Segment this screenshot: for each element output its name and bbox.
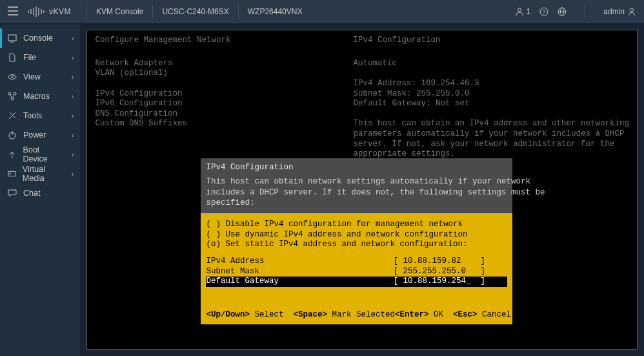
terminal-left-menu: Network Adapters VLAN (optional) IPv4 Co… (95, 59, 353, 160)
chevron-right-icon: › (72, 132, 74, 139)
sidebar-item-tools[interactable]: Tools › (0, 106, 80, 125)
help-icon[interactable]: ? (539, 7, 548, 16)
chevron-right-icon: › (72, 151, 74, 158)
sidebar-item-label: Boot Device (23, 145, 65, 163)
field-default-gateway[interactable]: Default Gateway [ 10.88.159.254_ ] (206, 277, 507, 287)
field-value: [ 10.88.159.82 ] (393, 257, 507, 267)
ipv4-config-dialog: IPv4 Configuration This host can obtain … (201, 158, 512, 324)
sidebar-item-label: Macros (23, 92, 50, 101)
eye-icon (8, 72, 17, 81)
sidebar-item-view[interactable]: View › (0, 67, 80, 87)
power-icon (8, 131, 17, 140)
user-count: 1 (527, 7, 531, 16)
tools-icon (8, 111, 17, 120)
field-label: IPv4 Address (206, 257, 393, 267)
chevron-right-icon: › (72, 74, 74, 81)
dialog-options[interactable]: ( ) Disable IPv4 configuration for manag… (206, 220, 507, 250)
hamburger-icon[interactable] (8, 6, 18, 17)
svg-text:?: ? (543, 8, 546, 15)
chat-icon (8, 189, 17, 198)
cisco-logo: vKVM (27, 6, 71, 17)
chevron-right-icon: › (72, 93, 74, 100)
terminal-right-info: Automatic IPv4 Address: 169.254.46.3 Sub… (353, 59, 629, 160)
dialog-title: IPv4 Configuration (206, 162, 507, 173)
chevron-right-icon: › (72, 112, 74, 120)
svg-point-17 (12, 76, 14, 78)
sidebar-item-power[interactable]: Power › (0, 125, 80, 145)
chevron-right-icon: › (72, 54, 74, 61)
content-area: Configure Management Network IPv4 Config… (80, 23, 644, 356)
key-esc: <Esc> (453, 310, 478, 319)
field-value: [ 255.255.255.0 ] (393, 267, 507, 277)
sidebar-item-label: File (23, 53, 36, 62)
sidebar-item-label: Console (23, 34, 53, 43)
username-label: admin (603, 7, 625, 16)
sidebar-item-virtual-media[interactable]: Virtual Media › (0, 164, 80, 183)
svg-rect-14 (8, 35, 16, 41)
sidebar-item-label: Chat (23, 189, 40, 198)
sidebar-item-label: Virtual Media (23, 165, 65, 183)
header-bar: vKVM KVM Console UCSC-C240-M6SX WZP26440… (0, 0, 644, 23)
field-ipv4-address[interactable]: IPv4 Address [ 10.88.159.82 ] (206, 257, 507, 267)
key-enter: <Enter> (395, 310, 429, 319)
key-updown: <Up/Down> (206, 310, 250, 319)
divider (585, 5, 585, 18)
macros-icon (8, 92, 17, 101)
field-subnet-mask[interactable]: Subnet Mask [ 255.255.255.0 ] (206, 267, 507, 277)
globe-icon[interactable] (558, 7, 567, 16)
sidebar-item-file[interactable]: File › (0, 48, 80, 67)
field-value: [ 10.88.159.254_ ] (393, 277, 507, 287)
divider (152, 5, 153, 18)
sidebar-item-label: Tools (23, 111, 42, 120)
chevron-right-icon: › (72, 35, 74, 42)
sidebar-item-label: Power (23, 131, 46, 140)
media-icon (8, 169, 16, 178)
divider (238, 5, 239, 18)
svg-point-24 (10, 173, 11, 174)
svg-point-16 (8, 75, 16, 79)
svg-point-18 (8, 92, 11, 95)
sidebar-item-boot-device[interactable]: Boot Device › (0, 145, 80, 164)
header-model: UCSC-C240-M6SX (162, 7, 228, 16)
sidebar-item-chat[interactable]: Chat (0, 183, 80, 203)
file-icon (8, 53, 17, 62)
svg-point-19 (14, 92, 16, 95)
user-menu[interactable]: admin (603, 7, 636, 16)
field-label: Subnet Mask (206, 267, 393, 277)
kvm-terminal[interactable]: Configure Management Network IPv4 Config… (86, 30, 638, 350)
divider (86, 5, 87, 18)
console-icon (8, 34, 17, 43)
chevron-right-icon: › (72, 171, 74, 178)
boot-icon (8, 150, 17, 159)
sidebar-item-console[interactable]: Console › (0, 28, 80, 48)
sidebar: Console › File › View › Macros › Tools ›… (0, 23, 80, 356)
brand-name: vKVM (49, 7, 71, 16)
field-label: Default Gateway (206, 277, 393, 287)
dialog-header: IPv4 Configuration This host can obtain … (201, 158, 512, 213)
sidebar-item-label: View (23, 72, 41, 81)
dialog-help-text: This host can obtain network settings au… (206, 176, 507, 208)
dialog-footer: <Up/Down> Select <Space> Mark Selected<E… (201, 308, 512, 324)
sidebar-item-macros[interactable]: Macros › (0, 87, 80, 106)
header-kvm-console[interactable]: KVM Console (96, 7, 143, 16)
svg-point-13 (630, 8, 634, 12)
terminal-left-title: Configure Management Network (95, 36, 353, 46)
svg-point-7 (518, 8, 521, 12)
key-space: <Space> (293, 310, 327, 319)
header-serial: WZP26440VNX (248, 7, 303, 16)
svg-point-20 (11, 98, 14, 100)
users-icon[interactable]: 1 (515, 7, 531, 16)
terminal-right-title: IPv4 Configuration (353, 36, 629, 46)
